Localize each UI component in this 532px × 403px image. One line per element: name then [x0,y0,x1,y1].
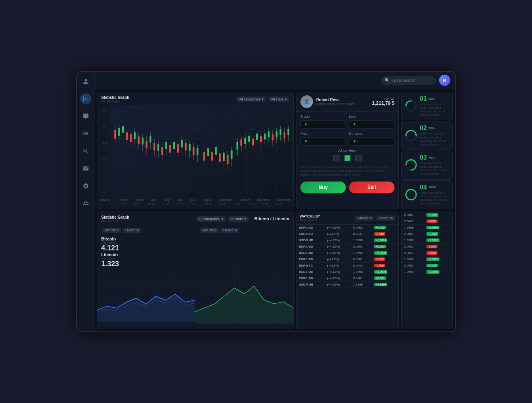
trade-group: Trade ▼ [300,115,346,129]
main-chart-title-group: Statistic Graph All members [101,95,129,103]
svg-rect-32 [142,138,144,144]
all-on-more-label: All on More [300,149,394,153]
change-pct: (+4.12%) [324,225,351,231]
buy-button[interactable]: Buy [300,182,346,193]
sidebar-icon-mail[interactable] [80,163,91,174]
month-sep: September [219,199,232,201]
bottom-chart-filters: All categories ▾ All stats ▾ Bitcoin / L… [196,216,289,222]
bottom-chart-title-group: Statistic Graph All members [101,215,129,223]
limit-select[interactable]: ▼ [349,120,394,129]
sidebar-icon-chat[interactable] [80,111,91,122]
green-chart-dates: 14/5/2019 21/3/2019 [197,226,292,235]
sell-button[interactable]: Sell [349,182,394,193]
duration-select[interactable]: ▼ [349,137,394,146]
sidebar-icon-chart[interactable] [80,93,91,104]
checkbox-1[interactable] [333,155,340,161]
filter-categories-btn[interactable]: All categories ▾ [236,96,266,102]
svg-rect-90 [260,136,262,142]
total-label: TOTAL: [372,97,394,100]
checkbox-2[interactable] [344,155,351,161]
progress-number-04: 04 [420,184,427,191]
watchlist-dates: 14/5/2019 21/3/2019 [355,216,395,221]
svg-rect-96 [272,134,274,140]
svg-rect-22 [122,126,124,132]
filter-stats-btn[interactable]: All stats ▾ [268,96,289,102]
sidebar-icon-list[interactable] [80,128,91,139]
svg-rect-68 [215,147,217,154]
progress-label-03: 75% [428,156,435,160]
bitcoin-name: Bitcoin [101,237,119,241]
extra-badge: +1.9999 [426,257,440,261]
pair-name: USD/RUB [296,281,324,288]
price-select[interactable]: ▼ [300,137,346,146]
total-display: TOTAL: 1,211,79 $ [372,97,394,106]
extra-row-1: 0,0041 -0,010 [402,218,452,224]
change-badge: +1.9999 [374,251,388,255]
extra-value: 1.9998 [402,256,424,262]
search-input[interactable] [392,78,432,83]
litecoin-name: Litecoin [101,252,119,257]
extra-value: 1.9998 [402,224,424,231]
trade-select[interactable]: ▼ [300,120,346,129]
avatar: R [439,75,450,86]
watchlist-row-7: USD/RUB (+4.12%) 1.9998 +1.9999 [296,269,398,275]
month-aug: August [203,199,211,201]
extra-row-3: 0,0001 +0,000 [402,231,452,237]
svg-rect-30 [138,136,140,144]
watchlist-date2: 21/3/2019 [376,216,395,221]
progress-desc-02: lorem ipsum dolor sit amet, consectetur … [420,132,449,146]
pair-value: 0,0001 [351,243,372,250]
extra-row-4: 1.9998 +1.9999 [402,237,452,243]
progress-item-03: 03 75% lorem ipsum dolor sit amet, conse… [401,151,453,180]
progress-item-01: 01 25% lorem ipsum dolor sit amet, conse… [401,92,453,121]
bottom-filter-categories-btn[interactable]: All categories ▾ [196,216,226,222]
y-label-mon: Mon [102,109,108,112]
extra-badge: +1.9999 [426,238,440,242]
extra-table-container: 0,0001 +0,000 0,0041 -0,010 1.9998 +1.99… [402,212,452,329]
svg-rect-100 [279,129,281,135]
extra-row-9: 1.9998 +1.9999 [402,269,452,275]
checkbox-3[interactable] [355,155,362,161]
svg-rect-28 [134,132,136,139]
search-box[interactable]: 🔍 [381,76,436,85]
extra-value: 1.9998 [402,237,424,243]
watchlist-row-1: EUR/BTC (-4.12%) 0,0041 -0,010 [296,231,398,237]
change-pct: (-4.12%) [324,262,351,269]
sidebar-icon-users[interactable] [80,198,91,209]
pair-name: USD/RUB [296,269,324,275]
sidebar-icon-gear[interactable] [80,180,91,191]
watchlist-row-3: EUR/USD (+4.12%) 0,0001 +0,000 [296,243,398,250]
svg-rect-92 [264,133,266,139]
svg-rect-48 [173,142,175,149]
change-pct: (+4.12%) [324,250,351,256]
circle-progress-02 [405,129,417,142]
month-jan: January [100,199,110,201]
month-mar: March [136,199,144,201]
svg-rect-70 [219,153,221,161]
circle-progress-03 [405,159,417,171]
bottom-filter-stats-btn[interactable]: All stats ▾ [228,216,249,222]
extra-badge: -0,000 [426,245,438,248]
btn-row: Buy Sell [300,182,394,193]
main-chart-header: Statistic Graph All members All categori… [97,92,293,105]
trade-label: Trade [300,115,346,119]
sidebar-icon-search[interactable] [80,146,91,157]
watchlist-panel-card: WATCHLIST All members 14/5/2019 21/3/201… [296,212,399,329]
watchlist-row-8: EUR/USD (+4.12%) 0,0001 +0,000 [296,275,398,281]
price-label: Price [300,132,346,136]
extra-value: 0,0001 [402,212,424,218]
form-row-trade-limit: Trade ▼ Limit ▼ [300,115,394,129]
change-pct: (-4.12%) [324,256,351,262]
blue-chart-dates: 14/5/2019 21/3/2019 [99,226,193,235]
extra-row-0: 0,0001 +0,000 [402,212,452,218]
svg-rect-80 [240,139,242,146]
sidebar-icon-user[interactable] [80,76,91,87]
svg-rect-104 [287,129,289,135]
y-label-fri: Fri [102,174,108,177]
trade-dropdown-arrow: ▼ [304,122,308,127]
watchlist-row-4: USD/RUB (+4.12%) 1.9998 +1.9999 [296,250,398,256]
svg-rect-34 [146,140,148,148]
pair-value: 1.9998 [351,237,372,243]
trading-lorem-text: Lorem ipsum dolor sit amet, consectetur … [300,164,394,178]
progress-desc-04: lorem ipsum dolor sit amet, consectetur … [420,191,449,205]
